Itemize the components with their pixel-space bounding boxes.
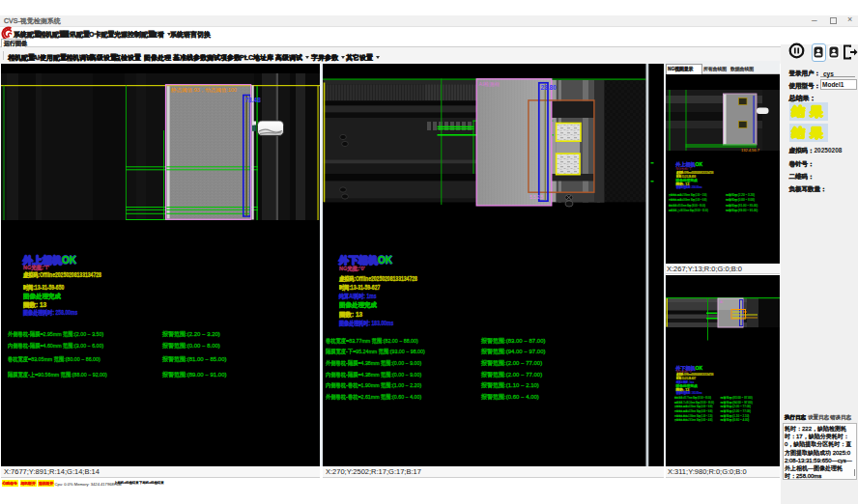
svg-text:23.80: 23.80	[540, 84, 557, 91]
svg-text:AI: AI	[720, 300, 723, 304]
svg-text:5.5 2.5: 5.5 2.5	[529, 195, 543, 200]
svg-text:AI检测框: AI检测框	[478, 81, 500, 88]
svg-text:73.48: 73.48	[245, 97, 262, 103]
svg-text:132.4,56.7: 132.4,56.7	[741, 148, 760, 153]
svg-text:静态阈值:93，动态阈值:100: 静态阈值:93，动态阈值:100	[171, 87, 237, 94]
